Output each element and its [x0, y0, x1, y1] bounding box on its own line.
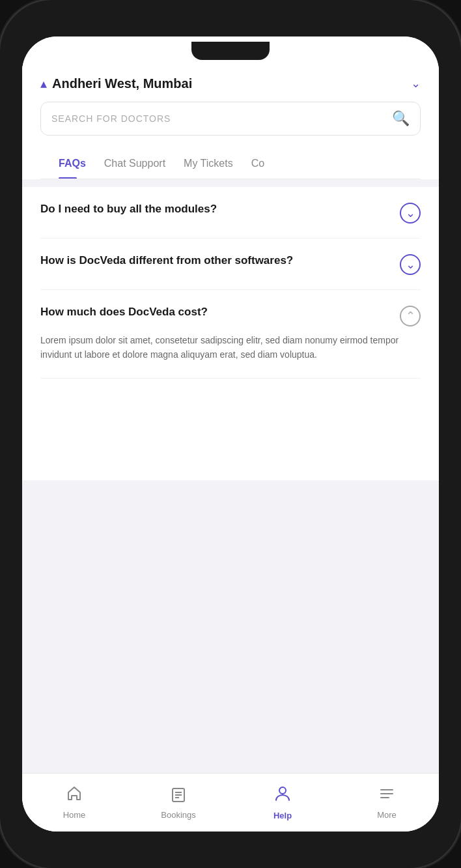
faq-question-2: How is DocVeda different from other soft… — [40, 253, 392, 268]
location-bar: ▴ Andheri West, Mumbai ⌄ — [40, 76, 421, 91]
tab-co[interactable]: Co — [251, 149, 264, 179]
phone-frame: ▴ Andheri West, Mumbai ⌄ SEARCH FOR DOCT… — [0, 0, 461, 868]
location-text: Andheri West, Mumbai — [52, 76, 192, 91]
location-left: ▴ Andheri West, Mumbai — [40, 76, 192, 91]
faq-item-3: How much does DocVeda cost? ⌃ Lorem ipsu… — [40, 290, 421, 379]
tabs-section: FAQs Chat Support My Tickets Co — [40, 149, 421, 179]
search-icon[interactable]: 🔍 — [392, 110, 410, 127]
location-icon: ▴ — [40, 76, 47, 91]
faq-toggle-1[interactable]: ⌄ — [400, 203, 421, 224]
bottom-nav: Home Bookings — [22, 773, 439, 832]
dropdown-chevron-icon[interactable]: ⌄ — [411, 76, 421, 91]
search-placeholder: SEARCH FOR DOCTORS — [51, 113, 392, 124]
tab-my-tickets[interactable]: My Tickets — [184, 149, 233, 179]
faq-question-3: How much does DocVeda cost? — [40, 304, 392, 320]
nav-more-label: More — [377, 810, 397, 820]
nav-help-label: Help — [273, 811, 292, 820]
content-area: ▴ Andheri West, Mumbai ⌄ SEARCH FOR DOCT… — [22, 65, 439, 832]
faq-question-1: Do I need to buy all the modules? — [40, 201, 392, 217]
nav-bookings-label: Bookings — [161, 810, 195, 820]
tab-faqs[interactable]: FAQs — [59, 149, 86, 179]
faq-section: Do I need to buy all the modules? ⌄ How … — [22, 187, 439, 480]
nav-home-label: Home — [63, 810, 86, 820]
header: ▴ Andheri West, Mumbai ⌄ SEARCH FOR DOCT… — [22, 65, 439, 179]
faq-toggle-2[interactable]: ⌄ — [400, 254, 421, 275]
faq-toggle-3[interactable]: ⌃ — [400, 306, 421, 326]
faq-item-1: Do I need to buy all the modules? ⌄ — [40, 187, 421, 239]
nav-home[interactable]: Home — [22, 785, 126, 820]
more-icon — [378, 785, 395, 806]
nav-help[interactable]: Help — [230, 785, 335, 820]
svg-point-4 — [279, 787, 286, 794]
content-spacer — [22, 480, 439, 774]
nav-bookings[interactable]: Bookings — [126, 785, 230, 820]
home-icon — [66, 785, 83, 806]
tab-chat-support[interactable]: Chat Support — [104, 149, 165, 179]
faq-answer-3: Lorem ipsum dolor sit amet, consetetur s… — [40, 333, 421, 368]
notch — [191, 42, 270, 60]
faq-item-2: How is DocVeda different from other soft… — [40, 239, 421, 290]
phone-screen: ▴ Andheri West, Mumbai ⌄ SEARCH FOR DOCT… — [22, 36, 439, 832]
status-bar — [22, 36, 439, 65]
nav-more[interactable]: More — [335, 785, 439, 820]
help-icon — [273, 785, 292, 807]
search-bar[interactable]: SEARCH FOR DOCTORS 🔍 — [40, 102, 421, 136]
bookings-icon — [170, 785, 187, 806]
